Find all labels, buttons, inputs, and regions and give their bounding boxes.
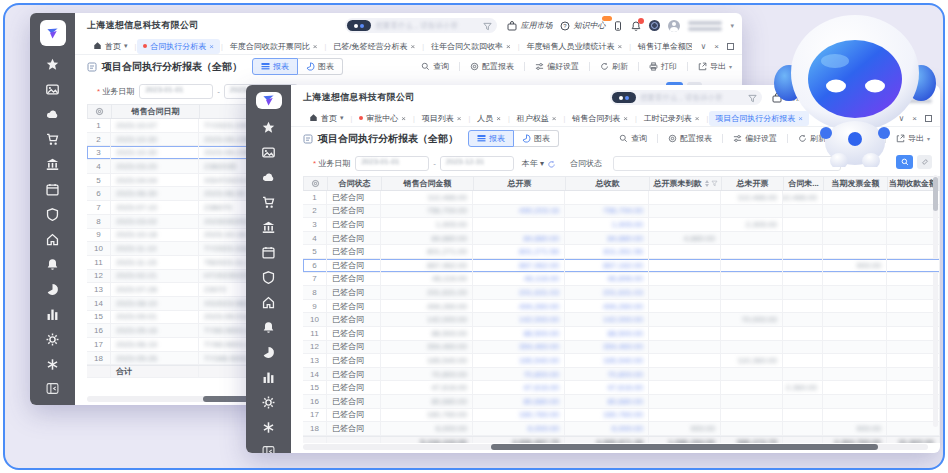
star-icon[interactable] [30, 52, 75, 77]
shield-icon[interactable] [30, 202, 75, 227]
table-row[interactable]: 5已签合同801,271.00801,271.56811,261.56 [303, 245, 940, 259]
close-tab-icon[interactable]: × [798, 114, 803, 123]
avatar[interactable] [668, 20, 680, 32]
horizontal-scrollbar[interactable] [303, 444, 928, 450]
browser-icon[interactable] [649, 20, 660, 31]
table-row[interactable]: 2已签合同756,794.00490,203.16756,794.00 [303, 205, 940, 219]
cart-icon[interactable] [246, 190, 291, 215]
tab-已签/免签经营分析表[interactable]: 已签/免签经营分析表× [327, 39, 421, 54]
tab-销售合同列表[interactable]: 销售合同列表× [566, 111, 634, 126]
app-market-link[interactable]: 应用市场 [507, 20, 552, 31]
image-icon[interactable] [30, 77, 75, 102]
cloud-icon[interactable] [30, 102, 75, 127]
pie-icon[interactable] [30, 277, 75, 302]
table-row[interactable]: 17已签合同160,760.00160,760.00160,760.00 [303, 409, 940, 423]
app-market-link[interactable]: 应用市场 [772, 92, 817, 103]
refresh-icon[interactable] [544, 154, 556, 172]
collapse-tabs-icon[interactable]: ∨ [700, 42, 706, 51]
sliders-toolbar-button[interactable]: 偏好设置 [535, 61, 579, 72]
global-search-input[interactable]: 想要查什么，请告诉小壹 [345, 18, 497, 33]
close-tab-icon[interactable]: × [457, 114, 462, 123]
search-filter-icon[interactable] [483, 17, 492, 35]
close-tab-icon[interactable]: × [552, 114, 557, 123]
close-tab-icon[interactable]: × [411, 42, 416, 51]
table-row[interactable]: 4已签合同84,880.0084,880.0084,880.004,880.00 [303, 232, 940, 246]
tab-home[interactable]: 首页▾ [303, 111, 350, 126]
chevron-down-icon[interactable]: ▾ [730, 22, 734, 30]
close-tab-icon[interactable]: × [209, 42, 214, 51]
avatar[interactable] [878, 92, 890, 104]
table-row[interactable]: 11已签合同88,500.0088,500.0088,500.00 [303, 327, 940, 341]
date-to-input[interactable]: 2023-12-31 [440, 156, 514, 171]
chart-view-button[interactable]: 图表 [514, 130, 559, 147]
table-row[interactable]: 12已签合同354,460.00354,460.00354,460.00 [303, 341, 940, 355]
close-tab-icon[interactable]: × [623, 114, 628, 123]
gear-icon[interactable] [30, 327, 75, 352]
image-icon[interactable] [246, 140, 291, 165]
clear-filter-button[interactable] [917, 155, 932, 169]
report-view-button[interactable]: 报表 [252, 58, 298, 75]
star-icon[interactable] [246, 115, 291, 140]
search-toolbar-button[interactable]: 查询 [421, 61, 449, 72]
table-row[interactable]: 13已签合同165,540.00165,540.00165,540.00110,… [303, 354, 940, 368]
gear-icon[interactable] [246, 390, 291, 415]
home-icon[interactable] [246, 290, 291, 315]
sidebar-collapse-icon[interactable] [262, 444, 275, 453]
bank-icon[interactable] [246, 215, 291, 240]
close-tab-icon[interactable]: × [506, 42, 511, 51]
period-select[interactable]: 本年 ▾ [522, 158, 544, 169]
search-filter-icon[interactable] [748, 89, 757, 107]
mobile-icon[interactable] [613, 21, 623, 31]
home-icon[interactable] [30, 227, 75, 252]
table-row[interactable]: 6已签合同867,962.00867,962.00867,162.00900.0… [303, 259, 940, 273]
table-row[interactable]: 1已签合同112,486.00112,486.00112,486.00 [303, 191, 940, 205]
cloud-icon[interactable] [246, 165, 291, 190]
close-all-icon[interactable]: × [912, 114, 917, 123]
gear-toolbar-button[interactable]: 配置报表 [470, 61, 514, 72]
tab-人员[interactable]: 人员× [471, 111, 507, 126]
table-row[interactable]: 7已签合同46,116.0046,116.0046,896.00 [303, 273, 940, 287]
tab-项目合同执行分析报表[interactable]: 项目合同执行分析报表× [709, 111, 809, 126]
tab-销售订单金额区域分析[interactable]: 销售订单金额区域分析× [632, 39, 692, 54]
column-settings-gear-icon[interactable] [304, 177, 328, 190]
table-row[interactable]: 3已签合同1,905.001,905.002,305.00 [303, 218, 940, 232]
refresh-toolbar-button[interactable]: 刷新 [600, 61, 628, 72]
fullscreen-icon[interactable] [727, 43, 734, 50]
close-tab-icon[interactable]: × [401, 114, 406, 123]
table-row[interactable]: 9已签合同494,260.00494,260.00494,260.00 [303, 300, 940, 314]
tab-项目列表[interactable]: 项目列表× [416, 111, 468, 126]
export-toolbar-button[interactable]: 导出▾ [896, 133, 930, 144]
table-row[interactable]: 10已签合同142,000.00142,000.00142,000.0070,0… [303, 313, 940, 327]
date-from-input[interactable]: 2023-01-01 [139, 84, 213, 99]
bar-chart-icon[interactable] [246, 365, 291, 390]
calendar-icon[interactable] [246, 240, 291, 265]
chevron-down-icon[interactable]: ▾ [124, 42, 128, 50]
refresh-toolbar-button[interactable]: 刷新 [798, 133, 826, 144]
contract-status-input[interactable] [613, 156, 841, 171]
gear-toolbar-button[interactable]: 配置报表 [668, 133, 712, 144]
table-row[interactable]: 15已签合同47,616.0047,616.0047,616.002,360.0… [303, 381, 940, 395]
close-tab-icon[interactable]: × [313, 42, 318, 51]
printer-toolbar-button[interactable]: 打印 [649, 61, 677, 72]
knowledge-center-link[interactable]: ? 知识中心 [825, 92, 870, 103]
shield-icon[interactable] [246, 265, 291, 290]
table-row[interactable]: 16已签合同80,680.0080,680.0080,680.00 [303, 395, 940, 409]
tab-租户权益[interactable]: 租户权益× [511, 111, 563, 126]
notifications-bell-icon[interactable] [631, 21, 641, 31]
table-row[interactable]: 8已签合同201,631.00201,631.03201,631.03 [303, 286, 940, 300]
search-toolbar-button[interactable]: 查询 [619, 133, 647, 144]
vertical-scrollbar[interactable] [933, 175, 938, 427]
chevron-down-icon[interactable]: ▾ [340, 114, 344, 122]
tools-icon[interactable] [30, 352, 75, 377]
close-tab-icon[interactable]: × [496, 114, 501, 123]
global-search-input[interactable]: 想要查什么，请告诉小壹 [610, 90, 762, 105]
bell-icon[interactable] [30, 252, 75, 277]
app-logo[interactable] [256, 92, 282, 109]
search-button[interactable] [896, 155, 913, 169]
collapse-tabs-icon[interactable]: ∨ [898, 114, 904, 123]
tools-icon[interactable] [246, 415, 291, 440]
more-filters-button[interactable]: ⋯ [849, 158, 859, 168]
sort-filter-icons[interactable] [705, 180, 718, 187]
tab-home[interactable]: 首页▾ [87, 39, 134, 54]
sliders-toolbar-button[interactable]: 偏好设置 [733, 133, 777, 144]
